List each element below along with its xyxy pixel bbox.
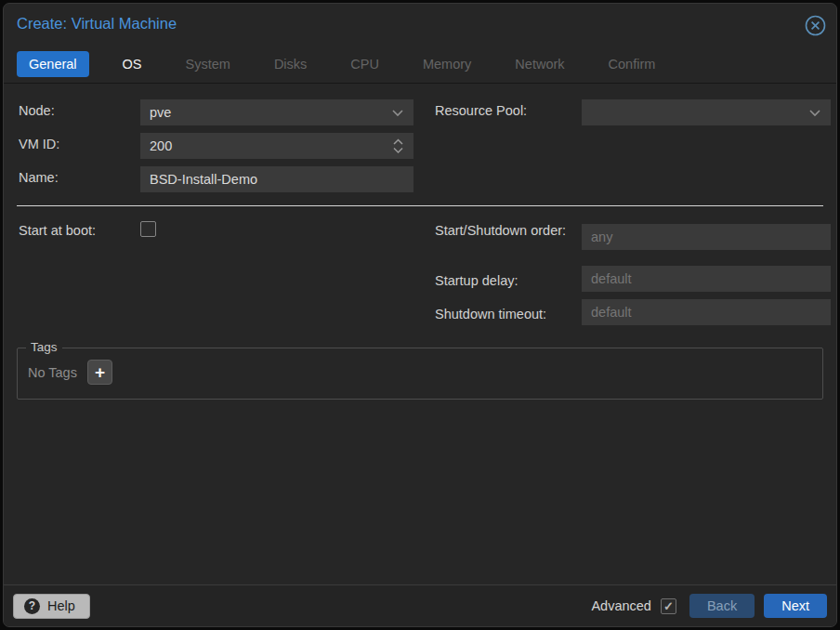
tab-system: System bbox=[176, 51, 241, 77]
footer-actions: Advanced ✓ Back Next bbox=[591, 594, 827, 618]
tab-confirm: Confirm bbox=[598, 51, 666, 77]
tab-general[interactable]: General bbox=[17, 51, 89, 77]
vmid-label: VM ID: bbox=[19, 136, 59, 154]
chevron-down-icon[interactable] bbox=[808, 109, 821, 117]
spinner-up-down-icon[interactable] bbox=[392, 138, 404, 154]
startup-delay-input[interactable] bbox=[582, 266, 831, 292]
shutdown-timeout-input[interactable] bbox=[582, 299, 831, 325]
question-mark-icon: ? bbox=[24, 598, 40, 614]
create-vm-dialog: Create: Virtual Machine General OS Syste… bbox=[3, 3, 837, 627]
chevron-down-icon[interactable] bbox=[391, 109, 404, 117]
start-at-boot-label: Start at boot: bbox=[19, 222, 96, 241]
check-icon: ✓ bbox=[663, 599, 674, 613]
tags-fieldset: Tags No Tags + bbox=[17, 348, 823, 400]
dialog-header: Create: Virtual Machine General OS Syste… bbox=[4, 4, 836, 84]
startup-delay-label: Startup delay: bbox=[435, 272, 518, 291]
tab-network: Network bbox=[505, 51, 574, 77]
start-at-boot-checkbox[interactable] bbox=[140, 221, 156, 237]
close-button[interactable] bbox=[804, 14, 826, 36]
node-combobox[interactable]: pve bbox=[140, 99, 413, 125]
startshutdown-order-label: Start/Shutdown order: bbox=[435, 222, 576, 241]
close-icon bbox=[805, 15, 826, 36]
shutdown-timeout-label: Shutdown timeout: bbox=[435, 306, 546, 324]
name-input[interactable] bbox=[140, 166, 413, 192]
dialog-footer: ? Help Advanced ✓ Back Next bbox=[4, 584, 836, 626]
back-button[interactable]: Back bbox=[689, 594, 755, 618]
node-value: pve bbox=[150, 105, 391, 120]
vmid-spinner[interactable]: 200 bbox=[140, 133, 413, 159]
help-button-label: Help bbox=[47, 598, 75, 613]
help-button[interactable]: ? Help bbox=[13, 594, 90, 619]
tab-disks: Disks bbox=[264, 51, 317, 77]
advanced-checkbox[interactable]: ✓ bbox=[661, 598, 676, 614]
plus-icon: + bbox=[95, 363, 105, 381]
advanced-label: Advanced bbox=[591, 598, 651, 613]
tags-legend: Tags bbox=[26, 340, 62, 354]
section-divider bbox=[17, 205, 823, 206]
add-tag-button[interactable]: + bbox=[87, 360, 112, 385]
tab-memory: Memory bbox=[413, 51, 481, 77]
tab-cpu: CPU bbox=[340, 51, 389, 77]
name-label: Name: bbox=[19, 169, 59, 188]
resource-pool-combobox[interactable] bbox=[582, 99, 831, 125]
no-tags-text: No Tags bbox=[28, 365, 77, 380]
tab-os[interactable]: OS bbox=[112, 51, 152, 77]
startshutdown-order-input[interactable] bbox=[582, 224, 831, 250]
node-label: Node: bbox=[19, 102, 55, 121]
next-button[interactable]: Next bbox=[764, 594, 827, 618]
screen: Create: Virtual Machine General OS Syste… bbox=[0, 0, 840, 630]
wizard-tabbar: General OS System Disks CPU Memory Netwo… bbox=[17, 49, 823, 78]
vmid-value: 200 bbox=[150, 138, 392, 153]
resource-pool-label: Resource Pool: bbox=[435, 102, 527, 121]
tags-row: No Tags + bbox=[28, 360, 112, 385]
dialog-title: Create: Virtual Machine bbox=[17, 15, 177, 33]
